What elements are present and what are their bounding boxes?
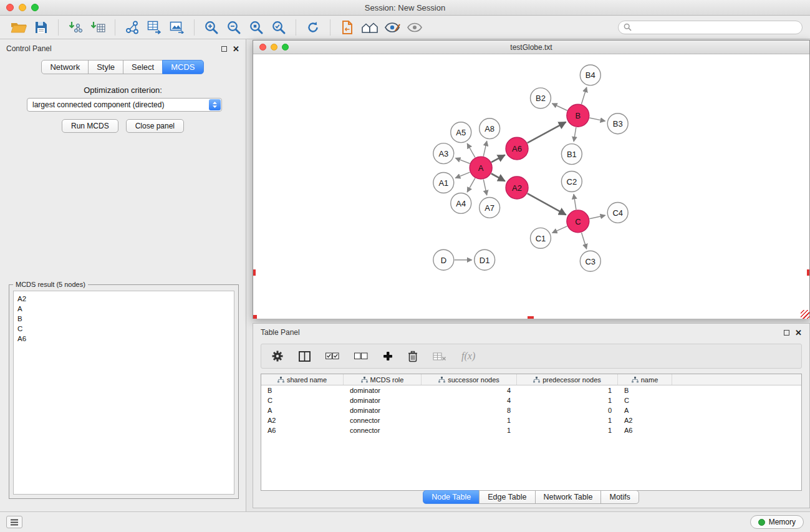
criterion-dropdown[interactable]: largest connected component (directed) (27, 98, 222, 112)
graphics-details-button[interactable] (381, 17, 403, 37)
save-session-button[interactable] (30, 17, 52, 37)
zoom-selected-button[interactable] (268, 17, 290, 37)
table-row[interactable]: A6connector11A6 (261, 425, 801, 435)
table-settings-button[interactable] (271, 350, 284, 362)
column-header-shared-name[interactable]: shared name (261, 374, 344, 385)
zoom-in-button[interactable] (200, 17, 223, 37)
graph-edge-A-A4[interactable] (467, 178, 475, 192)
close-panel-icon[interactable]: ✕ (233, 46, 239, 52)
control-panel-tab-select[interactable]: Select (123, 60, 163, 74)
zoom-fit-button[interactable] (245, 17, 268, 37)
graph-edge-A-A5[interactable] (467, 143, 475, 157)
graph-edge-B-B2[interactable] (552, 104, 567, 110)
show-hide-button[interactable] (403, 17, 426, 37)
column-header-name[interactable]: name (618, 374, 672, 385)
graph-edge-A-A8[interactable] (483, 141, 486, 156)
new-table-button[interactable] (143, 17, 166, 37)
column-header-predecessor-nodes[interactable]: predecessor nodes (517, 374, 618, 385)
graph-edge-B-B4[interactable] (581, 87, 586, 104)
import-network-button[interactable] (64, 17, 87, 37)
graph-node-A2[interactable]: A2 (506, 177, 528, 199)
graph-edge-A6-B[interactable] (528, 122, 566, 143)
graph-edge-A-A1[interactable] (455, 172, 470, 178)
graph-node-D[interactable]: D (433, 249, 454, 270)
mcds-result-item[interactable]: A2 (17, 294, 230, 304)
network-canvas[interactable]: B4B2BB3A5A8A6A3B1AA1A2C2A4A7C4CC1C3DD1 (253, 54, 809, 319)
network-graph-svg[interactable]: B4B2BB3A5A8A6A3B1AA1A2C2A4A7C4CC1C3DD1 (253, 54, 809, 319)
network-minimize-button[interactable] (271, 44, 277, 51)
run-mcds-button[interactable]: Run MCDS (62, 119, 118, 133)
fullscreen-window-button[interactable] (31, 4, 39, 11)
graph-edge-A2-C[interactable] (528, 193, 566, 215)
graph-node-A[interactable]: A (470, 157, 492, 179)
import-table-button[interactable] (87, 17, 109, 37)
memory-button[interactable]: Memory (750, 515, 804, 529)
column-header-MCDS-role[interactable]: MCDS role (344, 374, 422, 385)
graph-node-B4[interactable]: B4 (580, 65, 600, 85)
mcds-result-item[interactable]: C (17, 324, 230, 334)
export-image-button[interactable] (166, 17, 188, 37)
graph-node-A1[interactable]: A1 (433, 173, 454, 193)
graph-node-B3[interactable]: B3 (607, 114, 628, 134)
graph-edge-B-B1[interactable] (574, 127, 576, 142)
close-table-panel-icon[interactable]: ✕ (795, 330, 802, 336)
close-window-button[interactable] (6, 4, 14, 11)
float-table-panel-icon[interactable] (784, 330, 789, 336)
select-all-button[interactable] (325, 352, 339, 360)
graph-node-A5[interactable]: A5 (451, 122, 471, 143)
deselect-all-button[interactable] (354, 352, 368, 360)
mcds-result-item[interactable]: A (17, 304, 230, 314)
graph-node-A7[interactable]: A7 (480, 197, 500, 218)
mcds-result-item[interactable]: B (17, 314, 230, 324)
graph-edge-B-B3[interactable] (589, 118, 605, 121)
control-panel-tab-mcds[interactable]: MCDS (162, 60, 203, 74)
graph-node-D1[interactable]: D1 (475, 249, 495, 270)
table-row[interactable]: A2connector11A2 (261, 415, 801, 425)
mcds-result-item[interactable]: A6 (17, 334, 230, 344)
graph-node-A3[interactable]: A3 (433, 143, 454, 164)
new-network-button[interactable] (121, 17, 143, 37)
open-session-button[interactable] (7, 17, 30, 37)
add-column-button[interactable] (383, 351, 393, 361)
show-columns-button[interactable] (299, 351, 311, 362)
table-tab-motifs[interactable]: Motifs (600, 490, 639, 504)
home-view-button[interactable] (359, 17, 381, 37)
float-panel-icon[interactable] (221, 46, 227, 52)
graph-node-C1[interactable]: C1 (531, 228, 551, 248)
table-row[interactable]: Bdominator41B (261, 385, 801, 395)
graph-edge-A-A6[interactable] (491, 155, 505, 163)
table-row[interactable]: Adominator80A (261, 405, 801, 415)
graph-edge-A-A7[interactable] (483, 180, 486, 195)
graph-node-C[interactable]: C (567, 210, 589, 233)
table-row[interactable]: Cdominator41C (261, 395, 801, 405)
zoom-out-button[interactable] (223, 17, 245, 37)
graph-node-C3[interactable]: C3 (580, 251, 600, 271)
network-close-button[interactable] (259, 44, 266, 51)
open-document-button[interactable] (336, 17, 359, 37)
search-input[interactable] (635, 23, 797, 32)
table-tab-network-table[interactable]: Network Table (535, 490, 602, 504)
graph-node-A4[interactable]: A4 (451, 193, 471, 213)
graph-edge-C-C1[interactable] (552, 226, 567, 233)
graph-node-B1[interactable]: B1 (561, 144, 582, 165)
global-search-box[interactable] (618, 21, 803, 34)
minimize-window-button[interactable] (19, 4, 26, 11)
resize-grip[interactable] (801, 310, 809, 319)
graph-edge-A-A3[interactable] (455, 158, 470, 163)
graph-edge-C-C3[interactable] (582, 233, 587, 249)
table-tab-node-table[interactable]: Node Table (423, 490, 480, 504)
graph-edge-C-C4[interactable] (589, 215, 605, 218)
control-panel-tab-style[interactable]: Style (88, 60, 123, 74)
graph-node-A6[interactable]: A6 (506, 137, 528, 160)
network-zoom-button[interactable] (282, 44, 289, 51)
column-header-successor-nodes[interactable]: successor nodes (422, 374, 517, 385)
graph-node-B[interactable]: B (567, 104, 589, 127)
graph-edge-A-A2[interactable] (491, 173, 505, 181)
close-panel-button[interactable]: Close panel (126, 119, 184, 133)
graph-node-C4[interactable]: C4 (607, 202, 628, 223)
delete-column-button[interactable] (408, 351, 418, 362)
control-panel-tab-network[interactable]: Network (41, 60, 89, 74)
graph-edge-C-C2[interactable] (574, 194, 576, 210)
graph-node-A8[interactable]: A8 (480, 118, 500, 139)
graph-node-C2[interactable]: C2 (561, 172, 582, 192)
